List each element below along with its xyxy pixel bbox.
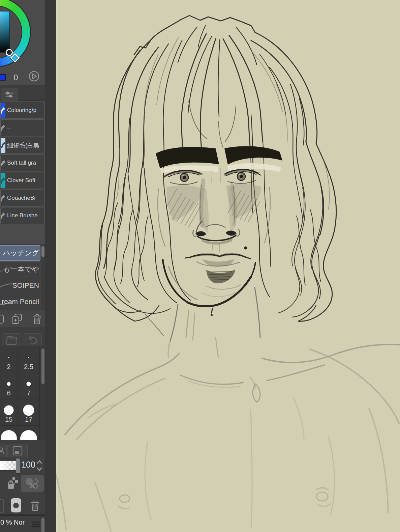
tool-item-line-brushes[interactable]: Line Brushe <box>0 207 44 224</box>
undo-button[interactable] <box>23 333 42 346</box>
portrait-sketch <box>56 0 400 532</box>
tool-item-label: -- <box>7 124 11 131</box>
tool-item-colouring[interactable]: Colouring/p <box>0 102 44 119</box>
marker-pen-icon <box>0 211 5 220</box>
subtool-action-bar <box>0 310 45 328</box>
tool-item-label: Line Brushe <box>7 212 38 219</box>
history-strip <box>0 328 45 346</box>
tool-item-label: 細短毛(白黒 <box>7 141 39 149</box>
tool-icon <box>0 208 5 223</box>
menu-icon[interactable] <box>32 522 40 529</box>
subtool-item-soipen[interactable]: SOIPEN <box>0 278 40 293</box>
color-wheel-panel: 0 <box>0 0 45 85</box>
tool-list: Colouring/p -- 細短毛(白黒 Soft tall gra <box>0 101 45 244</box>
palette-gutter <box>45 0 56 532</box>
clip-to-layer-button[interactable] <box>21 475 44 492</box>
tool-item-label: Clover Soft <box>7 177 35 184</box>
subtool-item-cream-pencil[interactable]: ream Pencil <box>0 294 40 309</box>
layer-mask-icon[interactable] <box>11 498 21 512</box>
tool-item-label: Soft tall gra <box>7 160 36 166</box>
marker-pen-icon <box>0 123 5 133</box>
stroke-preview <box>0 297 14 307</box>
layer-controls-panel: 100 <box>0 457 45 514</box>
brush-size-cell[interactable]: 2.5 <box>18 347 40 373</box>
brush-size-cell[interactable]: 17 <box>18 399 40 426</box>
opacity-value: 100 <box>21 460 36 470</box>
current-color-swatch[interactable] <box>0 75 6 80</box>
color-info-row: 0 <box>0 69 45 84</box>
tool-item-fine-short-hair[interactable]: 細短毛(白黒 <box>0 137 44 154</box>
tab-person[interactable] <box>0 444 7 457</box>
layer-list-scrollbar[interactable] <box>41 518 44 532</box>
subtool-list: ハッチング も一本でや SOIPEN ream Pencil <box>0 244 45 310</box>
left-palette-column: 0 Colouring/p <box>0 0 45 532</box>
brush-size-scrollbar[interactable] <box>41 348 44 384</box>
card-tab-icon <box>12 446 23 456</box>
layer-list: 0 % Nor <box>0 515 45 532</box>
subtool-item-label: SOIPEN <box>12 281 40 289</box>
clip-to-layer-below-icon <box>24 477 41 490</box>
clapperboard-icon <box>6 335 18 346</box>
marker-pen-icon <box>0 193 5 203</box>
layer-blend-row[interactable]: 0 % Nor <box>0 519 27 526</box>
subtool-item-label: ハッチング <box>3 248 40 258</box>
clip-studio-window: 0 Colouring/p <box>0 0 400 532</box>
subtool-item-one-stroke[interactable]: も一本でや <box>0 261 40 277</box>
clapperboard-button[interactable] <box>2 333 21 346</box>
opacity-slider-handle[interactable] <box>16 458 20 474</box>
tool-icon <box>0 120 5 135</box>
duplicate-subtool-icon[interactable] <box>11 313 22 324</box>
tool-icon <box>0 156 5 170</box>
lock-transparent-pixels-icon[interactable] <box>7 477 20 490</box>
canvas[interactable] <box>56 0 400 532</box>
saturation-value-picker[interactable] <box>0 11 10 53</box>
opacity-stepper-icon[interactable] <box>36 459 43 472</box>
new-subtool-icon[interactable] <box>0 314 4 324</box>
tool-item-label: GouacheBr <box>7 195 36 201</box>
marker-pen-icon <box>0 106 5 115</box>
tool-item-clover-soft[interactable]: Clover Soft <box>0 172 44 189</box>
brush-size-cell[interactable] <box>18 426 40 440</box>
tool-palette-tabstrip <box>0 85 45 101</box>
tool-item-label: Colouring/p <box>7 107 36 114</box>
tool-icon <box>0 103 5 118</box>
marker-pen-icon <box>0 158 5 168</box>
tab-tool[interactable] <box>1 88 18 101</box>
undo-icon <box>27 335 38 346</box>
layer-palette-tabstrip <box>0 440 45 457</box>
marker-pen-icon <box>0 176 5 185</box>
delete-subtool-icon[interactable] <box>32 313 42 324</box>
color-value-label: 0 <box>11 73 21 82</box>
sliders-icon <box>4 91 14 98</box>
brush-size-palette: 2 2.5 6 7 15 17 <box>0 346 45 440</box>
tool-item-soft-tall[interactable]: Soft tall gra <box>0 155 44 171</box>
stroke-preview <box>0 264 12 275</box>
tool-icon <box>0 138 5 153</box>
tab-layer-property[interactable] <box>7 444 28 457</box>
subtool-scrollbar[interactable] <box>41 246 44 257</box>
person-tab-icon <box>0 447 5 455</box>
play-circle-icon[interactable] <box>28 71 40 82</box>
tool-item-none[interactable]: -- <box>0 119 44 136</box>
brush-size-cell[interactable] <box>0 426 18 440</box>
brush-size-cell[interactable]: 15 <box>0 399 18 426</box>
brush-size-cell[interactable]: 7 <box>18 373 40 399</box>
sv-cursor[interactable] <box>6 49 13 56</box>
subtool-item-hatching[interactable]: ハッチング <box>0 245 40 261</box>
brush-icon <box>0 140 5 150</box>
delete-layer-icon[interactable] <box>30 498 40 512</box>
brush-size-cell[interactable]: 2 <box>0 347 18 373</box>
stroke-preview <box>0 281 14 291</box>
layer-outline-icon <box>0 499 4 513</box>
tool-icon <box>0 191 5 205</box>
brush-size-cells: 2 2.5 6 7 15 17 <box>0 347 40 440</box>
brush-size-cell[interactable]: 6 <box>0 373 18 399</box>
tool-icon <box>0 173 5 188</box>
tool-item-gouache[interactable]: GouacheBr <box>0 190 44 206</box>
